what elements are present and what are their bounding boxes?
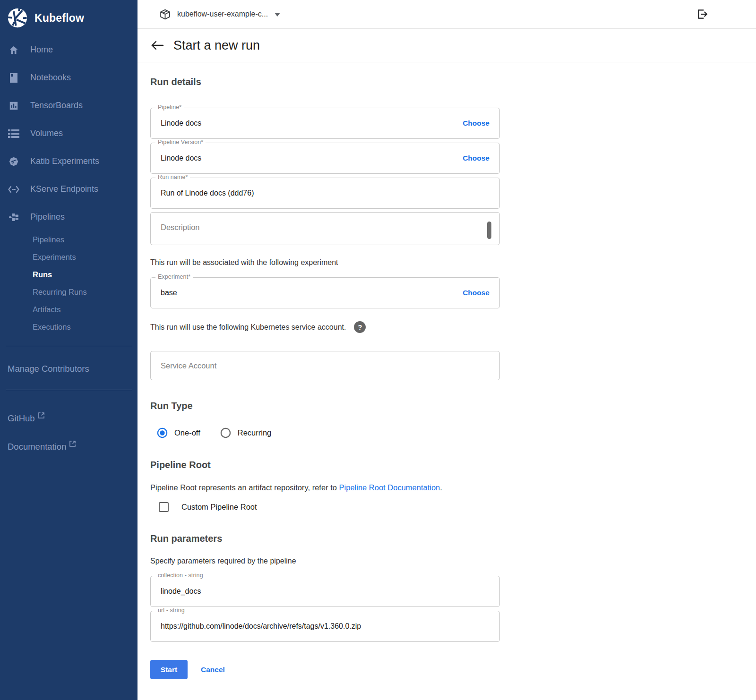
run-type-options: One-off Recurring [150,427,500,438]
param-url-value: https://github.com/linode/docs/archive/r… [161,622,361,631]
sidebar-item-home[interactable]: Home [0,36,137,64]
home-icon [8,44,19,56]
chevron-down-icon [275,10,280,18]
sidebar-item-pipelines[interactable]: Pipelines [0,203,137,231]
page-title: Start a new run [173,38,260,53]
sidebar-subitem-artifacts[interactable]: Artifacts [0,301,137,318]
param-url-field[interactable]: url - string https://github.com/linode/d… [150,611,500,642]
form-actions: Start Cancel [150,660,500,700]
description-placeholder: Description [161,223,200,231]
run-name-field[interactable]: Run name* Run of Linode docs (ddd76) [150,178,500,209]
pipeline-version-choose-button[interactable]: Choose [463,154,490,162]
pipeline-field-label: Pipeline* [155,104,184,111]
pipelines-icon [8,212,19,223]
param-url-label: url - string [155,607,187,614]
main-area: kubeflow-user-example-c... Start a new [137,0,756,700]
sidebar-subitem-runs[interactable]: Runs [0,266,137,283]
back-button[interactable] [150,38,164,52]
pipeline-root-heading: Pipeline Root [150,460,500,470]
tensorboards-icon [8,100,19,111]
run-parameters-heading: Run parameters [150,533,500,544]
radio-selected-icon [157,427,168,438]
notebooks-icon [8,72,19,84]
param-collection-field[interactable]: collection - string linode_docs [150,576,500,607]
kubeflow-logo[interactable]: Kubeflow [0,0,137,36]
run-details-heading: Run details [150,77,500,87]
kubeflow-logo-icon [7,7,28,29]
sidebar-item-manage-contributors[interactable]: Manage Contributors [0,358,137,380]
sidebar: Kubeflow Home Notebooks TensorBoards [0,0,137,700]
sidebar-link-github[interactable]: GitHub [0,409,137,428]
pipeline-version-field-label: Pipeline Version* [155,139,206,145]
sidebar-subitem-executions[interactable]: Executions [0,318,137,336]
logout-icon [696,8,708,20]
kubeflow-logo-text: Kubeflow [34,12,84,25]
namespace-label: kubeflow-user-example-c... [177,10,268,18]
kserve-icon [8,184,19,195]
katib-icon [8,156,19,167]
run-name-field-value: Run of Linode docs (ddd76) [161,189,254,197]
back-arrow-icon [151,40,164,51]
run-form: Run details Pipeline* Linode docs Choose… [150,62,500,700]
sidebar-item-kserve-endpoints[interactable]: KServe Endpoints [0,175,137,203]
sidebar-subitem-pipelines[interactable]: Pipelines [0,231,137,248]
radio-recurring[interactable]: Recurring [220,427,272,438]
page-header: Start a new run [137,29,756,62]
param-collection-label: collection - string [155,572,206,579]
description-scrollbar-thumb[interactable] [487,222,491,239]
pipeline-field[interactable]: Pipeline* Linode docs Choose [150,108,500,139]
custom-pipeline-root-row: Custom Pipeline Root [150,502,500,512]
pipeline-root-doc-link[interactable]: Pipeline Root Documentation [339,483,440,492]
namespace-selector[interactable]: kubeflow-user-example-c... [159,9,280,20]
run-parameters-note: Specify parameters required by the pipel… [150,557,500,565]
service-account-note: This run will use the following Kubernet… [150,323,346,332]
radio-unselected-icon [220,427,231,438]
experiment-field[interactable]: Experiment* base Choose [150,277,500,308]
pipeline-version-field-value: Linode docs [161,154,201,162]
namespace-cube-icon [159,9,171,20]
sidebar-item-volumes[interactable]: Volumes [0,120,137,147]
sidebar-item-notebooks[interactable]: Notebooks [0,64,137,92]
pipeline-version-field[interactable]: Pipeline Version* Linode docs Choose [150,143,500,174]
experiment-choose-button[interactable]: Choose [463,289,490,297]
experiment-field-label: Experiment* [155,273,193,280]
sidebar-nav: Home Notebooks TensorBoards Volumes [0,36,137,336]
help-icon[interactable]: ? [354,321,366,333]
volumes-icon [8,128,19,139]
start-button[interactable]: Start [150,660,188,679]
service-account-placeholder: Service Account [161,361,216,370]
radio-one-off[interactable]: One-off [157,427,200,438]
sidebar-link-documentation[interactable]: Documentation [0,437,137,456]
sidebar-divider [6,390,132,390]
custom-pipeline-root-checkbox[interactable] [159,502,169,512]
cancel-button[interactable]: Cancel [201,666,225,674]
sidebar-subitem-recurring-runs[interactable]: Recurring Runs [0,283,137,301]
sidebar-item-tensorboards[interactable]: TensorBoards [0,92,137,120]
experiment-field-value: base [161,289,177,297]
custom-pipeline-root-label: Custom Pipeline Root [181,503,257,512]
service-account-field[interactable]: Service Account [150,351,500,380]
sidebar-divider [6,346,132,346]
external-link-icon [38,410,44,421]
run-name-field-label: Run name* [155,174,190,180]
pipeline-field-value: Linode docs [161,119,201,128]
sidebar-subitem-experiments[interactable]: Experiments [0,248,137,266]
description-field[interactable]: Description [150,212,500,245]
pipeline-root-description: Pipeline Root represents an artifact rep… [150,483,500,492]
experiment-note: This run will be associated with the fol… [150,258,500,267]
kubeflow-app: Kubeflow Home Notebooks TensorBoards [0,0,756,700]
sidebar-item-katib-experiments[interactable]: Katib Experiments [0,147,137,175]
logout-button[interactable] [696,8,708,20]
param-collection-value: linode_docs [161,587,201,596]
topbar: kubeflow-user-example-c... [137,0,756,29]
pipeline-choose-button[interactable]: Choose [463,119,490,128]
external-link-icon [69,439,76,449]
run-type-heading: Run Type [150,401,500,411]
